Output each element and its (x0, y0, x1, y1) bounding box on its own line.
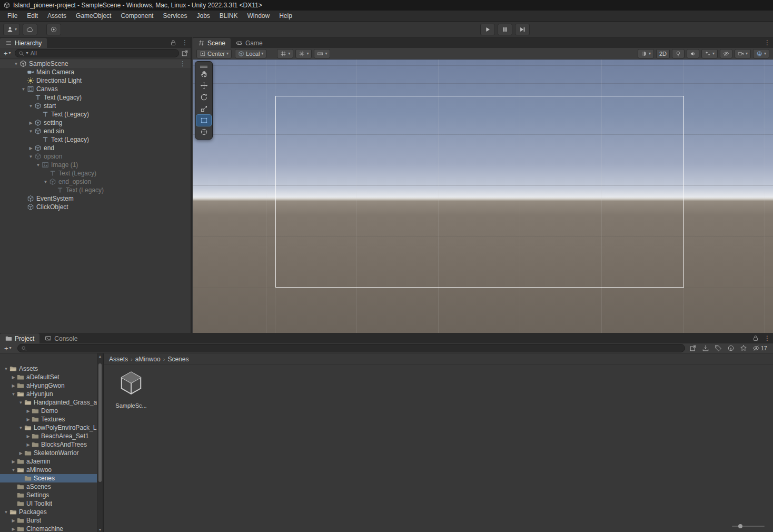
chevron-right-icon[interactable]: ▶ (10, 375, 17, 380)
menu-file[interactable]: File (3, 11, 22, 21)
tab-game[interactable]: Game (231, 38, 268, 48)
tab-project[interactable]: Project (0, 333, 39, 343)
hierarchy-item-eventsystem[interactable]: EventSystem (0, 194, 191, 203)
menu-blink[interactable]: BLINK (215, 11, 243, 21)
lock-icon[interactable] (752, 334, 759, 342)
chevron-right-icon[interactable]: ▶ (27, 146, 34, 151)
project-item-ahyunggwon[interactable]: ▶aHyungGwon (0, 381, 103, 390)
labels-button[interactable] (715, 344, 722, 352)
chevron-right-icon[interactable]: ▶ (10, 459, 17, 464)
hidden-count-toggle[interactable]: 17 (752, 344, 767, 352)
chevron-right-icon[interactable]: ▶ (25, 409, 32, 413)
hierarchy-item-samplescene[interactable]: ▼SampleScene⋮ (0, 60, 191, 68)
chevron-right-icon[interactable]: ▶ (25, 417, 32, 422)
project-item-lowpolyenviropack-lit[interactable]: ▼LowPolyEnviroPack_LIT (0, 423, 103, 432)
camera-settings-dropdown[interactable]: ▾ (735, 49, 751, 58)
chevron-down-icon[interactable]: ▼ (17, 400, 24, 405)
menu-jobs[interactable]: Jobs (192, 11, 214, 21)
chevron-down-icon[interactable]: ▼ (20, 87, 27, 92)
tab-scene[interactable]: Scene (193, 38, 231, 48)
project-item-adefaultset[interactable]: ▶aDefaultSet (0, 373, 103, 381)
scroll-down-icon[interactable]: ▼ (97, 527, 103, 532)
hierarchy-item-end[interactable]: ▶end (0, 144, 191, 152)
menu-edit[interactable]: Edit (22, 11, 43, 21)
chevron-down-icon[interactable]: ▼ (3, 367, 9, 371)
menu-component[interactable]: Component (116, 11, 158, 21)
project-item-beacharea-set1[interactable]: ▶BeachArea_Set1 (0, 432, 103, 440)
favorites-button[interactable] (740, 344, 747, 352)
view-tool[interactable] (196, 68, 211, 80)
scrollbar-thumb[interactable] (98, 363, 102, 482)
create-object-button[interactable]: + ▾ (2, 50, 13, 57)
hierarchy-item-main-camera[interactable]: Main Camera (0, 68, 191, 76)
chevron-down-icon[interactable]: ▼ (13, 62, 19, 66)
menu-gameobject[interactable]: GameObject (71, 11, 116, 21)
hierarchy-item-opsion[interactable]: ▼opsion (0, 152, 191, 161)
move-tool[interactable] (196, 80, 211, 91)
shading-mode-dropdown[interactable]: ▾ (638, 49, 654, 58)
chevron-down-icon[interactable]: ▼ (17, 426, 24, 430)
chevron-down-icon[interactable]: ▼ (10, 392, 17, 397)
chevron-right-icon[interactable]: ▶ (25, 434, 32, 439)
hierarchy-item-end-sin[interactable]: ▼end sin (0, 127, 191, 135)
chevron-down-icon[interactable]: ▼ (10, 468, 17, 472)
create-asset-button[interactable]: + ▾ (3, 345, 13, 352)
breadcrumb-item-assets[interactable]: Assets (109, 356, 128, 363)
kebab-icon[interactable]: ⋮ (764, 39, 770, 46)
2d-toggle[interactable]: 2D (656, 49, 670, 58)
rect-tool[interactable] (196, 115, 211, 126)
project-item-ui-toolkit[interactable]: UI Toolkit (0, 499, 103, 508)
lighting-toggle[interactable] (672, 49, 685, 58)
chevron-right-icon[interactable]: ▶ (10, 518, 17, 523)
project-item-scenes[interactable]: Scenes (0, 474, 103, 482)
chevron-down-icon[interactable]: ▼ (35, 163, 42, 168)
scene-viewport[interactable] (193, 60, 773, 333)
chevron-right-icon[interactable]: ▶ (25, 442, 32, 447)
menu-window[interactable]: Window (243, 11, 275, 21)
hierarchy-item-setting[interactable]: ▶setting (0, 119, 191, 127)
project-item-ahyunjun[interactable]: ▼aHyunjun (0, 390, 103, 398)
scale-tool[interactable] (196, 103, 211, 114)
project-item-ascenes[interactable]: aScenes (0, 482, 103, 491)
chevron-right-icon[interactable]: ▶ (17, 451, 24, 456)
hierarchy-item-text-legacy[interactable]: Text (Legacy) (0, 169, 191, 178)
hierarchy-item-text-legacy[interactable]: Text (Legacy) (0, 93, 191, 102)
collab-target-button[interactable] (46, 24, 61, 35)
chevron-down-icon[interactable]: ▼ (27, 104, 34, 109)
project-item-skeletonwarrior[interactable]: ▶SkeletonWarrior (0, 449, 103, 457)
tab-console[interactable]: Console (39, 333, 83, 343)
scroll-up-icon[interactable]: ▲ (97, 353, 103, 359)
project-item-ajaemin[interactable]: ▶aJaemin (0, 457, 103, 466)
project-item-burst[interactable]: ▶Burst (0, 516, 103, 525)
hierarchy-item-end-opsion[interactable]: ▼end_opsion (0, 178, 191, 186)
project-item-blocksandtrees[interactable]: ▶BlocksAndTrees (0, 440, 103, 449)
import-activity-button[interactable] (702, 344, 709, 352)
cloud-services-button[interactable] (23, 24, 37, 35)
project-item-packages[interactable]: ▼Packages (0, 508, 103, 516)
grid-snap-dropdown[interactable]: ▾ (277, 49, 293, 58)
project-item-settings[interactable]: Settings (0, 491, 103, 499)
asset-item-samplesc[interactable]: SampleSc... (112, 370, 150, 409)
pivot-mode-dropdown[interactable]: Center ▾ (196, 49, 232, 58)
kebab-icon[interactable]: ⋮ (764, 334, 770, 342)
hierarchy-item-text-legacy[interactable]: Text (Legacy) (0, 110, 191, 119)
effects-dropdown[interactable]: ▾ (701, 49, 718, 58)
orientation-dropdown[interactable]: Local ▾ (235, 49, 266, 58)
open-window-icon[interactable] (181, 50, 189, 57)
chevron-right-icon[interactable]: ▶ (10, 383, 17, 388)
menu-help[interactable]: Help (274, 11, 297, 21)
kebab-icon[interactable]: ⋮ (180, 60, 186, 67)
tool-palette-handle[interactable] (199, 63, 209, 67)
scene-visibility-toggle[interactable] (720, 49, 732, 58)
hierarchy-item-start[interactable]: ▼start (0, 102, 191, 110)
chevron-right-icon[interactable]: ▶ (27, 121, 34, 125)
menu-services[interactable]: Services (158, 11, 192, 21)
hierarchy-item-directional-light[interactable]: Directional Light (0, 76, 191, 85)
project-item-aminwoo[interactable]: ▼aMinwoo (0, 466, 103, 474)
grid-visibility-dropdown[interactable]: ▾ (295, 49, 312, 58)
chevron-down-icon[interactable]: ▼ (42, 180, 49, 184)
project-item-cinemachine[interactable]: ▶Cinemachine (0, 525, 103, 532)
chevron-down-icon[interactable]: ▼ (27, 129, 34, 134)
hierarchy-item-clickobject[interactable]: ClickObject (0, 203, 191, 211)
menu-assets[interactable]: Assets (43, 11, 71, 21)
